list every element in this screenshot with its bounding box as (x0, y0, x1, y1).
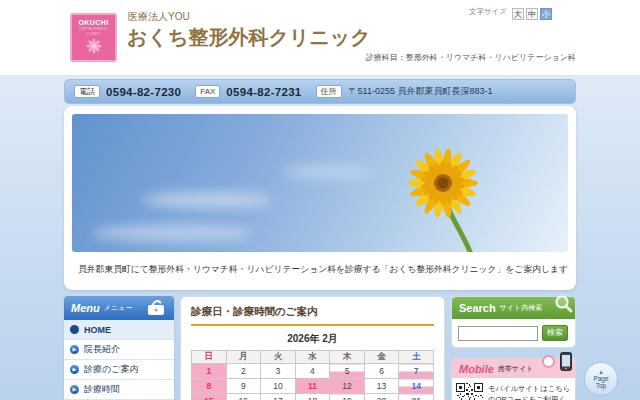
menu-subtitle: メニュー (104, 303, 133, 313)
calendar-title: 診療日・診療時間のご案内 (191, 305, 434, 326)
mobile-header: Mobile 携帯サイト (452, 359, 575, 378)
calendar-day-8: 8 (192, 379, 227, 394)
qr-code (456, 383, 483, 400)
address-label-badge: 住所 (316, 85, 342, 99)
calendar-section: 診療日・診療時間のご案内 2026年 2月 日月火水木金土12345678910… (180, 296, 445, 400)
font-size-option[interactable]: 小 (540, 8, 552, 20)
calendar-day-4: 4 (295, 364, 330, 379)
mobile-subtitle: 携帯サイト (498, 364, 534, 374)
menu-header: Menu メニュー (64, 296, 174, 320)
font-size-options: 大中小 (510, 3, 552, 21)
search-title: Search (459, 302, 496, 314)
gerbera-flower-icon (72, 114, 568, 252)
calendar-month: 2026年 2月 (191, 332, 434, 346)
sidebar-item-hours[interactable]: ▶診療時間 (64, 380, 174, 400)
weekday-header: 金 (364, 351, 399, 364)
smartphone-icon (560, 352, 572, 371)
phone-label-badge: 電話 (74, 85, 100, 99)
departments-text: 診療科目：整形外科・リウマチ科・リハビリテーション科 (366, 52, 576, 63)
sidebar-item-director[interactable]: ▶院長紹介 (64, 340, 174, 360)
calendar-day-7: 7 (399, 364, 434, 379)
sidebar-item-label: HOME (84, 325, 111, 335)
calendar-day-21: 21 (399, 394, 434, 400)
mobile-body: モバイルサイトはこちら のQRコードをご利用く (452, 378, 575, 400)
calendar-day-15: 15 (192, 394, 227, 400)
arrow-bullet-icon (70, 325, 79, 334)
calendar-day-1: 1 (192, 364, 227, 379)
weekday-header: 日 (192, 351, 227, 364)
arrow-bullet-icon: ▶ (70, 345, 79, 354)
search-header: Search サイト内検索 (452, 297, 575, 319)
calendar-day-12: 12 (330, 379, 365, 394)
calendar-day-18: 18 (295, 394, 330, 400)
intro-text: 員弁郡東員町にて整形外科・リウマチ科・リハビリテーション科を診療する「おくち整形… (78, 264, 568, 276)
search-button[interactable]: 検索 (542, 325, 568, 341)
arrow-bullet-icon: ▶ (70, 365, 79, 374)
font-size-control: 文字サイズ 大中小 (469, 3, 552, 21)
calendar-day-3: 3 (261, 364, 296, 379)
address-text: 〒511-0255 員弁郡東員町長深883-1 (349, 85, 493, 98)
hero-image (72, 114, 568, 252)
calendar-day-16: 16 (226, 394, 261, 400)
calendar-day-5: 5 (330, 364, 365, 379)
search-subtitle: サイト内検索 (500, 303, 543, 313)
mobile-text: モバイルサイトはこちら のQRコードをご利用く (488, 383, 570, 400)
mobile-widget: Mobile 携帯サイト (451, 358, 576, 400)
calendar-day-14: 14 (399, 379, 434, 394)
page: 文字サイズ 大中小 OKUCHI ORTHOPEDIC CLINIC (0, 0, 640, 400)
arrow-bullet-icon: ▶ (70, 385, 79, 394)
sidebar-item-label: 診療時間 (84, 383, 120, 396)
phone-number: 0594-82-7230 (106, 86, 181, 98)
sidebar-item-label: 院長紹介 (84, 343, 120, 356)
mobile-badge-icon (542, 355, 555, 368)
contact-info-bar: 電話 0594-82-7230 FAX 0594-82-7231 住所 〒511… (64, 79, 576, 104)
magnifier-icon (554, 294, 574, 314)
menu-title: Menu (71, 302, 100, 314)
calendar-table: 日月火水木金土123456789101112131415161718192021… (191, 350, 434, 400)
page-top-button[interactable]: ▲ Page Top (584, 362, 618, 396)
font-size-label: 文字サイズ (469, 7, 507, 17)
logo-title: OKUCHI (72, 19, 115, 26)
fax-label-badge: FAX (195, 85, 220, 99)
calendar-day-17: 17 (261, 394, 296, 400)
sidebar-item-guide[interactable]: ▶診療のご案内 (64, 360, 174, 380)
header: 文字サイズ 大中小 OKUCHI ORTHOPEDIC CLINIC (0, 0, 640, 75)
clinic-name: おくち整形外科クリニック (127, 24, 371, 51)
flower-emblem-icon (85, 37, 103, 55)
weekday-header: 木 (330, 351, 365, 364)
weekday-header: 月 (226, 351, 261, 364)
font-size-option[interactable]: 中 (526, 8, 538, 20)
logo-subtitle: ORTHOPEDIC CLINIC (72, 26, 115, 36)
fax-number: 0594-82-7231 (226, 86, 301, 98)
site-search-input[interactable] (458, 326, 538, 341)
weekday-header: 土 (399, 351, 434, 364)
search-widget: Search サイト内検索 検索 (451, 296, 576, 348)
calendar-day-11: 11 (295, 379, 330, 394)
calendar-day-19: 19 (330, 394, 365, 400)
calendar-day-13: 13 (364, 379, 399, 394)
main-card: 員弁郡東員町にて整形外科・リウマチ科・リハビリテーション科を診療する「おくち整形… (64, 106, 576, 290)
mobile-title: Mobile (459, 363, 494, 375)
calendar-day-20: 20 (364, 394, 399, 400)
sidebar-menu: Menu メニュー HOME▶院長紹介▶診療のご案内▶診療時間 (64, 296, 174, 400)
first-aid-kit-icon (145, 299, 167, 317)
clinic-logo[interactable]: OKUCHI ORTHOPEDIC CLINIC (70, 13, 117, 62)
corporation-name: 医療法人YOU (128, 10, 190, 24)
calendar-day-9: 9 (226, 379, 261, 394)
weekday-header: 水 (295, 351, 330, 364)
sidebar-item-home[interactable]: HOME (64, 320, 174, 340)
weekday-header: 火 (261, 351, 296, 364)
font-size-option[interactable]: 大 (512, 8, 524, 20)
calendar-day-2: 2 (226, 364, 261, 379)
menu-list: HOME▶院長紹介▶診療のご案内▶診療時間 (64, 320, 174, 400)
calendar-day-10: 10 (261, 379, 296, 394)
sidebar-item-label: 診療のご案内 (84, 363, 138, 376)
calendar-day-6: 6 (364, 364, 399, 379)
search-body: 検索 (452, 319, 575, 347)
